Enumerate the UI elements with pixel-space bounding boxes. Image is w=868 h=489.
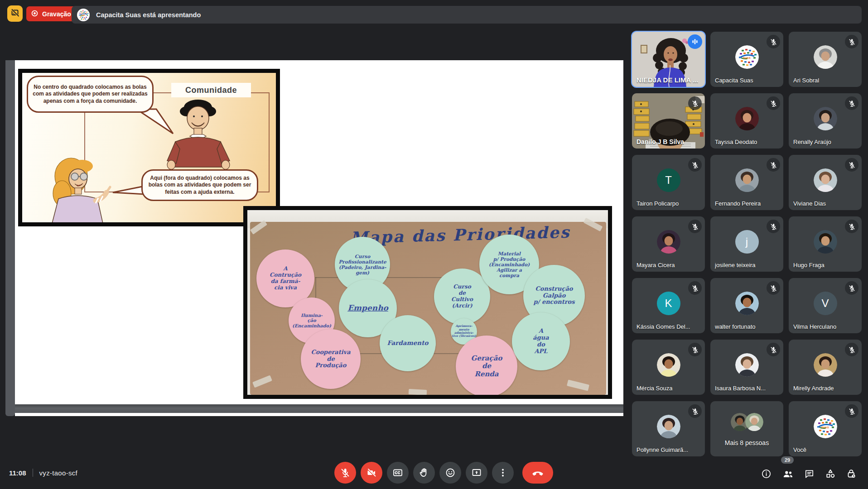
participant-tile[interactable]: TTairon Policarpo: [632, 155, 705, 210]
participant-tile[interactable]: NIEDJA DE LIMA ...: [632, 32, 705, 87]
participant-name: Capacita Suas: [715, 77, 753, 84]
profile-photo-avatar: [657, 415, 680, 438]
participant-tile[interactable]: SUASCapacita Suas: [710, 32, 783, 87]
divider: [33, 469, 33, 477]
participant-tile[interactable]: Pollynne Guimarã...: [632, 401, 705, 456]
capacita-suas-logo-avatar: SUAS: [735, 45, 759, 69]
priority-note: Fardamento: [380, 315, 436, 371]
participant-tile[interactable]: Fernando Pereira: [710, 155, 783, 210]
meeting-details[interactable]: 11:08 vyz-taoo-scf: [9, 467, 77, 478]
mic-muted-icon: [845, 281, 858, 295]
participants-count-badge: 29: [781, 456, 794, 464]
participant-tile[interactable]: KKássia Gomes Del...: [632, 278, 705, 333]
recording-badge[interactable]: Gravação: [26, 6, 77, 21]
end-call-icon: [531, 466, 544, 479]
profile-photo-avatar: [657, 353, 680, 377]
mic-muted-icon: [845, 96, 858, 110]
people-button[interactable]: [779, 465, 797, 483]
mic-muted-icon: [767, 281, 780, 295]
mic-muted-icon: [767, 158, 780, 172]
participant-name: Mércia Souza: [637, 385, 672, 392]
raise-hand-icon: [419, 467, 429, 478]
speech-bubble-bottom: Aqui (fora do quadrado) colocamos as bol…: [141, 169, 258, 201]
participant-name: Vilma Herculano: [793, 323, 836, 330]
host-controls-icon: [846, 468, 857, 479]
participant-tile[interactable]: Isaura Barbosa N...: [710, 340, 783, 395]
profile-photo-avatar: [657, 230, 680, 254]
page-separator: [15, 404, 623, 413]
participant-name: Danilo J B Silva: [637, 138, 684, 145]
info-button[interactable]: [757, 465, 775, 483]
audio-level-icon: [688, 34, 702, 49]
clock-time: 11:08: [9, 469, 26, 477]
participant-tile[interactable]: Mirelly Andrade: [789, 340, 862, 395]
mic-muted-icon: [767, 343, 780, 356]
captions-button[interactable]: [387, 462, 409, 484]
mic-muted-icon: [688, 158, 702, 172]
recording-label: Gravação: [42, 10, 71, 18]
svg-text:SUAS: SUAS: [743, 57, 751, 59]
profile-photo-avatar: [814, 107, 837, 130]
priority-note: GeraçãodeRenda: [456, 336, 517, 397]
presenting-banner[interactable]: SUAS Capacita Suas está apresentando: [72, 6, 862, 24]
profile-photo-avatar: [735, 107, 759, 130]
letter-avatar: T: [657, 168, 680, 192]
mic-muted-icon: [767, 220, 780, 233]
mic-muted-icon: [767, 96, 780, 110]
participant-tile[interactable]: Mais 8 pessoas: [710, 401, 783, 456]
next-page-edge: [15, 413, 623, 416]
participant-name: Mais 8 pessoas: [710, 439, 783, 446]
participant-name: Fernando Pereira: [715, 200, 761, 207]
raise-hand-button[interactable]: [413, 462, 435, 484]
participant-tile[interactable]: walter fortunato: [710, 278, 783, 333]
slide-comunidade: No centro do quadrado colocamos as bolas…: [18, 69, 280, 226]
camera-off-icon: [366, 467, 377, 478]
presentation-paused-chip[interactable]: [7, 5, 23, 22]
more-options-button[interactable]: [492, 462, 514, 484]
capacita-suas-logo-avatar: SUAS: [814, 415, 837, 438]
mic-off-button[interactable]: [334, 462, 356, 484]
participant-tile[interactable]: Tayssa Deodato: [710, 93, 783, 149]
participant-tile[interactable]: Hugo Fraga: [789, 216, 862, 272]
info-icon: [761, 469, 772, 479]
participant-tile[interactable]: Danilo J B Silva: [632, 93, 705, 149]
mic-off-icon: [340, 467, 351, 478]
priority-note: AáguadoAPL: [512, 312, 570, 370]
participant-tile[interactable]: jjosilene teixeira: [710, 216, 783, 272]
meet-window: Gravação SUAS Capacita Suas está apresen…: [0, 0, 868, 489]
participant-name: Tayssa Deodato: [715, 139, 757, 145]
presenter-avatar: SUAS: [77, 9, 90, 21]
activities-icon: [825, 468, 836, 479]
reactions-button[interactable]: [439, 462, 461, 484]
camera-off-button[interactable]: [361, 462, 382, 484]
host-controls-button[interactable]: [842, 465, 860, 483]
more-options-icon: [497, 467, 508, 478]
group-avatars: [731, 413, 763, 431]
participant-tile[interactable]: Mércia Souza: [632, 340, 705, 395]
priority-note: CooperativadeProdução: [301, 329, 361, 389]
participant-tile[interactable]: Ari Sobral: [789, 32, 862, 87]
participant-name: NIEDJA DE LIMA ...: [637, 76, 698, 84]
mic-muted-icon: [688, 220, 702, 233]
captions-icon: [392, 467, 403, 478]
profile-photo-avatar: [735, 168, 759, 192]
mic-muted-icon: [845, 35, 858, 48]
participant-name: walter fortunato: [715, 323, 756, 330]
participant-tile[interactable]: VVilma Herculano: [789, 278, 862, 333]
participant-name: Kássia Gomes Del...: [637, 323, 690, 330]
activities-button[interactable]: [821, 465, 839, 483]
participant-tile[interactable]: SUASVocê: [789, 401, 862, 456]
participant-tile[interactable]: Viviane Dias: [789, 155, 862, 210]
participant-tile[interactable]: Mayara Cicera: [632, 216, 705, 272]
photo-mapa-prioridades: Mapa das Prioridades AContruçãoda farmá-…: [243, 206, 612, 399]
chat-button[interactable]: [800, 465, 818, 483]
mic-muted-icon: [845, 158, 858, 172]
mic-muted-icon: [688, 96, 702, 110]
mic-muted-icon: [688, 404, 702, 418]
tape-piece: [409, 389, 427, 395]
present-button[interactable]: [466, 462, 487, 484]
end-call-button[interactable]: [522, 462, 553, 484]
participant-name: josilene teixeira: [715, 262, 756, 268]
participant-tile[interactable]: Renally Araújo: [789, 93, 862, 149]
document-scrollbar[interactable]: [5, 60, 15, 416]
